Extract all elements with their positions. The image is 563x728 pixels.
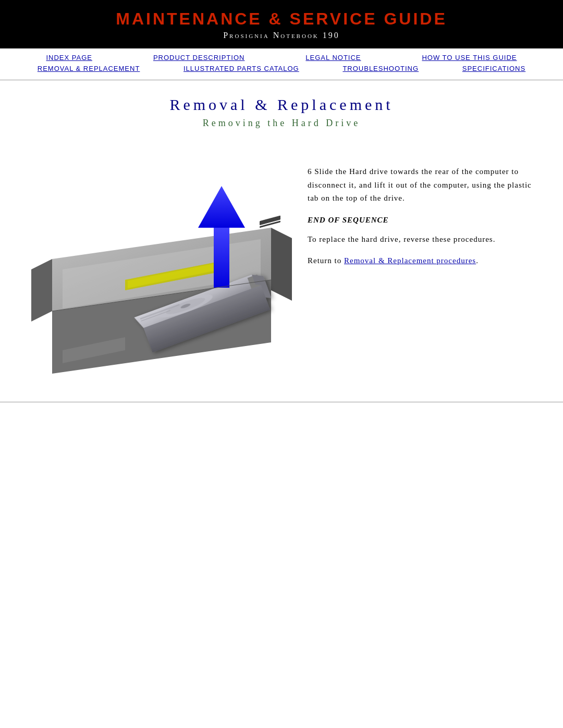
nav-legal-notice[interactable]: LEGAL NOTICE	[305, 54, 361, 61]
return-text: Return to Removal & Replacement procedur…	[308, 254, 542, 268]
content-area: 6 Slide the Hard drive towards the rear …	[21, 144, 542, 376]
replace-note: To replace the hard drive, reverse these…	[308, 233, 542, 246]
instruction-text: 6 Slide the Hard drive towards the rear …	[308, 165, 542, 205]
page-header: MAINTENANCE & SERVICE GUIDE Prosignia No…	[0, 0, 563, 48]
page-subtitle: Removing the Hard Drive	[21, 118, 542, 129]
nav-product-description[interactable]: PRODUCT DESCRIPTION	[153, 54, 245, 61]
nav-removal-replacement[interactable]: REMOVAL & REPLACEMENT	[38, 65, 140, 72]
nav-row-2: REMOVAL & REPLACEMENT ILLUSTRATED PARTS …	[16, 65, 547, 72]
header-subtitle: Prosignia Notebook 190	[10, 31, 553, 40]
bottom-divider	[0, 402, 563, 402]
svg-marker-2	[31, 259, 52, 322]
image-area	[21, 144, 292, 376]
nav-specifications[interactable]: SPECIFICATIONS	[462, 65, 525, 72]
page-title: Removal & Replacement	[21, 96, 542, 114]
nav-troubleshooting[interactable]: TROUBLESHOOTING	[342, 65, 419, 72]
text-area: 6 Slide the Hard drive towards the rear …	[292, 144, 542, 268]
nav-row-1: INDEX PAGE PRODUCT DESCRIPTION LEGAL NOT…	[16, 54, 547, 61]
return-link[interactable]: Removal & Replacement procedures	[344, 256, 476, 265]
svg-marker-18	[198, 186, 245, 228]
nav-index-page[interactable]: INDEX PAGE	[46, 54, 92, 61]
svg-marker-3	[271, 228, 292, 301]
nav-illustrated-parts[interactable]: ILLUSTRATED PARTS CATALOG	[183, 65, 299, 72]
header-title: MAINTENANCE & SERVICE GUIDE	[10, 9, 553, 29]
main-content: Removal & Replacement Removing the Hard …	[0, 80, 563, 391]
return-prefix: Return to	[308, 256, 344, 265]
hdd-illustration	[21, 144, 292, 374]
svg-rect-17	[214, 225, 229, 288]
end-sequence-text: END OF SEQUENCE	[308, 216, 542, 225]
nav-how-to-use[interactable]: HOW TO USE THIS GUIDE	[422, 54, 517, 61]
navigation: INDEX PAGE PRODUCT DESCRIPTION LEGAL NOT…	[0, 48, 563, 80]
return-suffix: .	[476, 256, 479, 265]
